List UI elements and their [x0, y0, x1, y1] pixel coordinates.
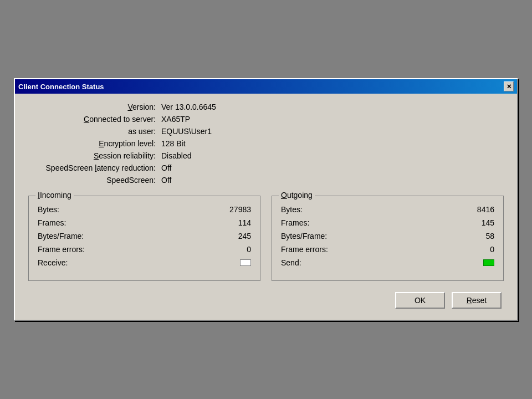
- connected-row: Connected to server: XA65TP: [28, 115, 504, 124]
- outgoing-frame-errors-label: Frame errors:: [281, 245, 328, 254]
- buttons-row: OK Reset: [28, 292, 504, 309]
- outgoing-send-indicator: [483, 259, 494, 266]
- incoming-receive-label: Receive:: [38, 258, 68, 267]
- outgoing-frame-errors-value: 0: [467, 245, 494, 254]
- incoming-frame-errors-row: Frame errors: 0: [38, 245, 251, 254]
- connected-label: Connected to server:: [28, 115, 161, 124]
- speedscreen-latency-value: Off: [161, 163, 171, 172]
- dialog-content: Version: Ver 13.0.0.6645 Connected to se…: [15, 94, 517, 320]
- as-user-value: EQUUS\User1: [161, 127, 212, 136]
- outgoing-bytes-value: 8416: [467, 205, 494, 214]
- session-label: Session reliability:: [28, 151, 161, 160]
- outgoing-bytes-label: Bytes:: [281, 205, 303, 214]
- incoming-frames-row: Frames: 114: [38, 218, 251, 227]
- encryption-value: 128 Bit: [161, 139, 186, 148]
- outgoing-bytes-frame-row: Bytes/Frame: 58: [281, 232, 494, 241]
- incoming-bytes-label: Bytes:: [38, 205, 59, 214]
- speedscreen-label: SpeedScreen:: [28, 176, 161, 185]
- outgoing-frame-errors-row: Frame errors: 0: [281, 245, 494, 254]
- client-connection-status-dialog: Client Connection Status ✕ Version: Ver …: [14, 78, 518, 321]
- incoming-receive-indicator: [240, 259, 251, 266]
- session-label-text: ession reliability:: [99, 151, 156, 160]
- incoming-bytes-value: 27983: [223, 205, 251, 214]
- connected-label-text: onnected to server:: [89, 115, 156, 124]
- incoming-frame-errors-value: 0: [223, 245, 251, 254]
- as-user-label: as user:: [28, 127, 161, 136]
- outgoing-frames-value: 145: [467, 218, 494, 227]
- outgoing-bytes-row: Bytes: 8416: [281, 205, 494, 214]
- title-bar: Client Connection Status ✕: [15, 79, 517, 94]
- connected-value: XA65TP: [161, 115, 190, 124]
- info-section: Version: Ver 13.0.0.6645 Connected to se…: [28, 103, 504, 185]
- outgoing-legend: Outgoing: [279, 191, 315, 200]
- outgoing-frames-row: Frames: 145: [281, 218, 494, 227]
- outgoing-frames-label: Frames:: [281, 218, 309, 227]
- encryption-row: Encryption level: 128 Bit: [28, 139, 504, 148]
- incoming-frame-errors-label: Frame errors:: [38, 245, 85, 254]
- outgoing-bytes-frame-label: Bytes/Frame:: [281, 232, 327, 241]
- outgoing-send-label: Send:: [281, 258, 301, 267]
- outgoing-legend-text: utgoing: [287, 191, 313, 200]
- incoming-legend: IIncoming: [35, 191, 74, 200]
- session-value: Disabled: [161, 151, 191, 160]
- version-value: Ver 13.0.0.6645: [161, 103, 216, 111]
- incoming-bytes-frame-row: Bytes/Frame: 245: [38, 232, 251, 241]
- speedscreen-latency-row: SpeedScreen latency reduction: Off: [28, 163, 504, 172]
- version-row: Version: Ver 13.0.0.6645: [28, 103, 504, 111]
- outgoing-send-row: Send:: [281, 258, 494, 267]
- incoming-bytes-frame-value: 245: [223, 232, 251, 241]
- reset-button[interactable]: Reset: [452, 292, 502, 309]
- close-button[interactable]: ✕: [504, 81, 514, 91]
- incoming-frames-label: Frames:: [38, 218, 66, 227]
- session-row: Session reliability: Disabled: [28, 151, 504, 160]
- incoming-box: IIncoming Bytes: 27983 Frames: 114 Bytes…: [28, 196, 260, 281]
- speedscreen-latency-label: SpeedScreen latency reduction:: [28, 163, 161, 172]
- speedscreen-row: SpeedScreen: Off: [28, 176, 504, 185]
- as-user-row: as user: EQUUS\User1: [28, 127, 504, 136]
- incoming-receive-row: Receive:: [38, 258, 251, 267]
- incoming-bytes-row: Bytes: 27983: [38, 205, 251, 214]
- title-bar-text: Client Connection Status: [18, 83, 104, 91]
- version-label: Version:: [28, 103, 161, 111]
- speedscreen-value: Off: [161, 176, 171, 185]
- incoming-frames-value: 114: [223, 218, 251, 227]
- ok-button[interactable]: OK: [395, 292, 445, 309]
- encryption-label: Encryption level:: [28, 139, 161, 148]
- outgoing-box: Outgoing Bytes: 8416 Frames: 145 Bytes/F…: [272, 196, 504, 281]
- encryption-label-text: ncryption level:: [104, 139, 156, 148]
- outgoing-bytes-frame-value: 58: [467, 232, 494, 241]
- version-label-text: ersion:: [132, 103, 156, 111]
- stats-row: IIncoming Bytes: 27983 Frames: 114 Bytes…: [28, 196, 504, 281]
- dialog-title: Client Connection Status: [18, 83, 104, 91]
- incoming-bytes-frame-label: Bytes/Frame:: [38, 232, 84, 241]
